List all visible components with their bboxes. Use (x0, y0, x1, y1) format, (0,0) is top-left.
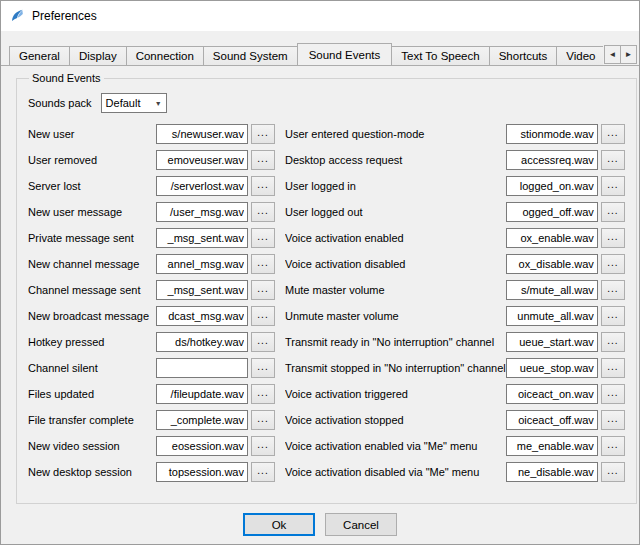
sound-event-row: New user ... (28, 121, 275, 147)
sound-file-input[interactable] (506, 202, 598, 222)
tab-scroll-right-button[interactable]: ► (620, 45, 637, 64)
sounds-pack-select[interactable]: Default ▼ (101, 93, 167, 113)
chevron-down-icon: ▼ (151, 100, 166, 107)
sound-file-input[interactable] (506, 332, 598, 352)
chevron-right-icon: ► (625, 50, 633, 59)
browse-button[interactable]: ... (601, 124, 625, 144)
browse-button[interactable]: ... (601, 228, 625, 248)
sound-file-input[interactable] (156, 384, 248, 404)
sound-file-input[interactable] (506, 150, 598, 170)
browse-button[interactable]: ... (601, 202, 625, 222)
chevron-left-icon: ◄ (609, 50, 617, 59)
sound-event-row: Private message sent ... (28, 225, 275, 251)
sound-event-row: Voice activation disabled via "Me" menu … (285, 459, 625, 485)
sound-file-input[interactable] (506, 254, 598, 274)
sound-file-input[interactable] (156, 280, 248, 300)
tab-general[interactable]: General (9, 46, 70, 65)
browse-button[interactable]: ... (601, 436, 625, 456)
sound-file-input[interactable] (156, 462, 248, 482)
sound-event-label: Voice activation triggered (285, 388, 506, 400)
tab-connection[interactable]: Connection (126, 46, 204, 65)
tab-scroll-left-button[interactable]: ◄ (604, 45, 621, 64)
sound-event-row: Voice activation enabled via "Me" menu .… (285, 433, 625, 459)
sound-file-input[interactable] (156, 176, 248, 196)
sound-file-input[interactable] (506, 228, 598, 248)
browse-button[interactable]: ... (251, 150, 275, 170)
sound-event-label: Channel silent (28, 362, 156, 374)
sound-file-input[interactable] (506, 124, 598, 144)
tabs-strip: GeneralDisplayConnectionSound SystemSoun… (9, 43, 603, 65)
sound-file-input[interactable] (506, 384, 598, 404)
sound-file-input[interactable] (506, 306, 598, 326)
browse-button[interactable]: ... (251, 436, 275, 456)
cancel-button[interactable]: Cancel (325, 513, 397, 536)
sound-event-row: User logged out ... (285, 199, 625, 225)
browse-button[interactable]: ... (251, 384, 275, 404)
browse-button[interactable]: ... (251, 410, 275, 430)
browse-button[interactable]: ... (251, 306, 275, 326)
sound-event-label: Desktop access request (285, 154, 506, 166)
sound-event-row: Transmit ready in "No interruption" chan… (285, 329, 625, 355)
sound-file-input[interactable] (156, 150, 248, 170)
browse-button[interactable]: ... (251, 462, 275, 482)
sound-event-row: Unmute master volume ... (285, 303, 625, 329)
browse-button[interactable]: ... (601, 280, 625, 300)
browse-button[interactable]: ... (601, 358, 625, 378)
browse-button[interactable]: ... (251, 280, 275, 300)
sound-events-columns: New user ... User removed ... Server los… (28, 121, 625, 485)
browse-button[interactable]: ... (601, 384, 625, 404)
sound-event-label: Voice activation stopped (285, 414, 506, 426)
sound-event-row: Voice activation triggered ... (285, 381, 625, 407)
browse-button[interactable]: ... (251, 332, 275, 352)
sound-file-input[interactable] (156, 358, 248, 378)
tab-sound-events[interactable]: Sound Events (297, 43, 393, 65)
sound-event-row: Channel silent ... (28, 355, 275, 381)
sound-event-row: New video session ... (28, 433, 275, 459)
browse-button[interactable]: ... (251, 202, 275, 222)
browse-button[interactable]: ... (601, 410, 625, 430)
browse-button[interactable]: ... (601, 176, 625, 196)
sound-file-input[interactable] (156, 410, 248, 430)
sound-file-input[interactable] (156, 332, 248, 352)
sounds-pack-row: Sounds pack Default ▼ (28, 91, 625, 115)
sounds-pack-value: Default (102, 97, 151, 109)
browse-button[interactable]: ... (251, 228, 275, 248)
tab-text-to-speech[interactable]: Text To Speech (391, 46, 489, 65)
tab-video[interactable]: Video (556, 46, 603, 65)
sound-event-label: Channel message sent (28, 284, 156, 296)
browse-button[interactable]: ... (601, 254, 625, 274)
browse-button[interactable]: ... (251, 124, 275, 144)
sound-file-input[interactable] (156, 228, 248, 248)
sound-file-input[interactable] (156, 254, 248, 274)
tab-display[interactable]: Display (69, 46, 127, 65)
sound-file-input[interactable] (506, 410, 598, 430)
sound-event-label: Voice activation disabled via "Me" menu (285, 466, 506, 478)
sound-event-label: Transmit ready in "No interruption" chan… (285, 336, 506, 348)
sound-event-row: Transmit stopped in "No interruption" ch… (285, 355, 625, 381)
sound-file-input[interactable] (506, 280, 598, 300)
sound-file-input[interactable] (156, 202, 248, 222)
browse-button[interactable]: ... (251, 358, 275, 378)
sound-file-input[interactable] (156, 436, 248, 456)
sound-event-row: New user message ... (28, 199, 275, 225)
sound-event-row: User logged in ... (285, 173, 625, 199)
ok-button[interactable]: Ok (243, 513, 315, 536)
sound-event-label: Hotkey pressed (28, 336, 156, 348)
browse-button[interactable]: ... (601, 306, 625, 326)
sound-file-input[interactable] (506, 358, 598, 378)
sound-file-input[interactable] (506, 176, 598, 196)
tab-sound-system[interactable]: Sound System (203, 46, 298, 65)
sound-file-input[interactable] (506, 462, 598, 482)
browse-button[interactable]: ... (601, 332, 625, 352)
sound-file-input[interactable] (506, 436, 598, 456)
sound-file-input[interactable] (156, 306, 248, 326)
browse-button[interactable]: ... (601, 150, 625, 170)
tab-shortcuts[interactable]: Shortcuts (489, 46, 558, 65)
dialog-buttons: Ok Cancel (16, 513, 624, 536)
sound-event-label: Voice activation disabled (285, 258, 506, 270)
browse-button[interactable]: ... (251, 176, 275, 196)
sound-file-input[interactable] (156, 124, 248, 144)
sound-event-row: New channel message ... (28, 251, 275, 277)
browse-button[interactable]: ... (251, 254, 275, 274)
browse-button[interactable]: ... (601, 462, 625, 482)
